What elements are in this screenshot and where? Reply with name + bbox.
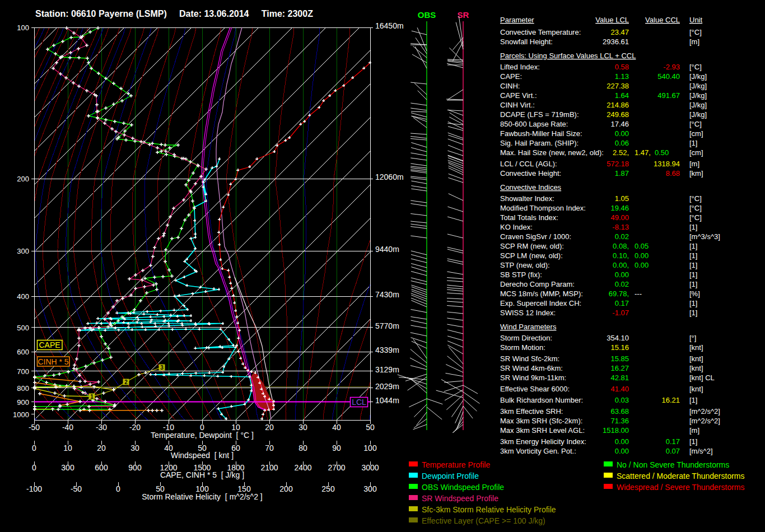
svg-text:[J/kg]: [J/kg] [689, 82, 707, 90]
svg-text:214.86: 214.86 [607, 101, 629, 109]
svg-text:STP (new, old):: STP (new, old): [500, 261, 550, 269]
svg-text:600: 600 [17, 348, 29, 356]
svg-text:[1]: [1] [689, 261, 697, 269]
svg-text:0.00,: 0.00, [613, 261, 629, 269]
svg-text:Craven SigSvr / 1000:: Craven SigSvr / 1000: [500, 232, 571, 241]
svg-text:2: 2 [124, 379, 128, 385]
svg-text:Wind Parameters: Wind Parameters [500, 323, 557, 331]
svg-text:Showalter Index:: Showalter Index: [500, 194, 554, 203]
svg-text:7430m: 7430m [375, 290, 399, 299]
svg-text:400: 400 [17, 292, 29, 301]
svg-text:1.05: 1.05 [615, 194, 629, 203]
svg-text:Convective Indices: Convective Indices [500, 183, 562, 192]
svg-text:Temperature, Dewpoint [ °C ]: Temperature, Dewpoint [ °C ] [151, 431, 254, 440]
svg-text:Modified Thompson Index:: Modified Thompson Index: [500, 204, 586, 212]
svg-text:2029m: 2029m [375, 382, 399, 391]
svg-text:Dewpoint Profile: Dewpoint Profile [422, 472, 479, 480]
svg-text:CAPE:: CAPE: [500, 72, 522, 81]
svg-text:Fawbush-Miller Hail Size:: Fawbush-Miller Hail Size: [500, 129, 582, 138]
svg-text:SCP RM (new, old):: SCP RM (new, old): [500, 242, 564, 250]
svg-text:0.02: 0.02 [615, 232, 629, 241]
svg-text:41.40: 41.40 [610, 385, 629, 393]
svg-text:249.68: 249.68 [607, 110, 629, 119]
svg-text:Parameter: Parameter [500, 16, 534, 24]
svg-text:OBS: OBS [418, 10, 436, 20]
svg-text:0: 0 [32, 463, 36, 472]
svg-text:[°C]: [°C] [689, 213, 702, 222]
svg-text:0.00: 0.00 [615, 270, 629, 279]
svg-text:0.07: 0.07 [666, 447, 680, 455]
svg-text:[knt]: [knt] [689, 354, 703, 363]
svg-text:-2.93: -2.93 [663, 63, 680, 71]
svg-text:5770m: 5770m [375, 321, 399, 330]
svg-text:0.10,: 0.10, [613, 251, 629, 260]
svg-text:-8.13: -8.13 [612, 223, 629, 231]
svg-text:OBS Windspeed Profile: OBS Windspeed Profile [422, 483, 504, 492]
svg-text:1.64: 1.64 [615, 91, 629, 100]
svg-text:Scattered / Moderate Thunderst: Scattered / Moderate Thunderstorms [617, 472, 745, 480]
svg-text:Storm Relative Helicity [ m^2: Storm Relative Helicity [ m^2/s^2 ] [142, 492, 262, 501]
svg-text:850-600 Lapse Rate:: 850-600 Lapse Rate: [500, 120, 568, 128]
svg-text:[J/kg]: [J/kg] [689, 110, 707, 119]
svg-text:12060m: 12060m [375, 172, 404, 181]
svg-text:SWISS 12 Index:: SWISS 12 Index: [500, 309, 556, 317]
svg-text:[cm]: [cm] [689, 148, 703, 157]
svg-text:70: 70 [265, 444, 274, 452]
svg-text:KO Index:: KO Index: [500, 223, 533, 231]
svg-text:2400: 2400 [294, 463, 311, 472]
svg-text:Storm Direction:: Storm Direction: [500, 334, 552, 342]
svg-text:700: 700 [17, 367, 29, 376]
svg-text:[°C]: [°C] [689, 28, 702, 36]
svg-text:2700: 2700 [328, 463, 345, 472]
svg-text:0.08,: 0.08, [613, 242, 629, 250]
svg-text:0: 0 [32, 444, 36, 452]
svg-text:0.06: 0.06 [615, 139, 629, 147]
svg-text:0.17: 0.17 [666, 437, 680, 446]
svg-text:[J/kg]: [J/kg] [689, 91, 707, 100]
svg-text:Effective Shear 6000:: Effective Shear 6000: [500, 385, 570, 393]
svg-text:[J/kg]: [J/kg] [689, 72, 707, 81]
svg-text:CAPE Virt.:: CAPE Virt.: [500, 91, 537, 100]
svg-text:0.00: 0.00 [635, 261, 649, 269]
svg-text:SR Windspeed Profile: SR Windspeed Profile [422, 494, 498, 503]
svg-text:0.00: 0.00 [615, 447, 629, 455]
svg-text:Max 3km SRH Level AGL:: Max 3km SRH Level AGL: [500, 426, 585, 435]
svg-text:0.03: 0.03 [615, 396, 629, 404]
svg-text:Storm Motion:: Storm Motion: [500, 343, 545, 352]
svg-text:-20: -20 [129, 423, 141, 432]
svg-text:69.78,: 69.78, [609, 290, 629, 298]
svg-text:Effective Layer (CAPE >= 100 J: Effective Layer (CAPE >= 100 J/kg) [422, 516, 545, 525]
svg-text:23.47: 23.47 [610, 28, 629, 36]
svg-text:[knt]: [knt] [689, 385, 703, 393]
svg-text:4339m: 4339m [375, 346, 399, 354]
svg-text:491.67: 491.67 [657, 91, 680, 100]
svg-text:Value CCL: Value CCL [645, 16, 680, 24]
svg-text:[km]: [km] [689, 169, 703, 178]
svg-text:---: --- [635, 290, 642, 298]
svg-text:[m^2/s^2]: [m^2/s^2] [689, 407, 720, 416]
svg-text:0.17: 0.17 [615, 299, 629, 307]
svg-text:0.00: 0.00 [615, 129, 629, 138]
svg-text:40: 40 [332, 423, 341, 432]
svg-text:80: 80 [298, 444, 307, 452]
svg-text:-30: -30 [96, 423, 107, 432]
svg-text:42.81: 42.81 [610, 374, 629, 382]
svg-text:[knt]: [knt] [689, 364, 703, 372]
svg-text:600: 600 [95, 463, 108, 472]
svg-text:100: 100 [17, 24, 29, 32]
svg-text:No / Non Severe Thunderstorms: No / Non Severe Thunderstorms [617, 460, 729, 469]
svg-text:9440m: 9440m [375, 245, 399, 254]
svg-text:Bulk Richardson Number:: Bulk Richardson Number: [500, 396, 583, 404]
svg-text:2936.61: 2936.61 [603, 38, 629, 46]
svg-text:49.00: 49.00 [610, 213, 629, 222]
svg-text:3000: 3000 [361, 463, 379, 472]
svg-text:CAPE, CINH * 5 [ J/kg ]: CAPE, CINH * 5 [ J/kg ] [160, 470, 244, 479]
svg-text:1518.00: 1518.00 [603, 426, 629, 435]
svg-text:20: 20 [265, 423, 274, 432]
svg-text:1.13: 1.13 [615, 72, 629, 81]
svg-text:[m^3/s^3]: [m^3/s^3] [689, 232, 720, 241]
svg-text:Unit: Unit [689, 16, 703, 24]
svg-text:63.68: 63.68 [610, 407, 629, 416]
svg-text:15.85: 15.85 [610, 354, 629, 363]
svg-text:200: 200 [17, 175, 29, 183]
